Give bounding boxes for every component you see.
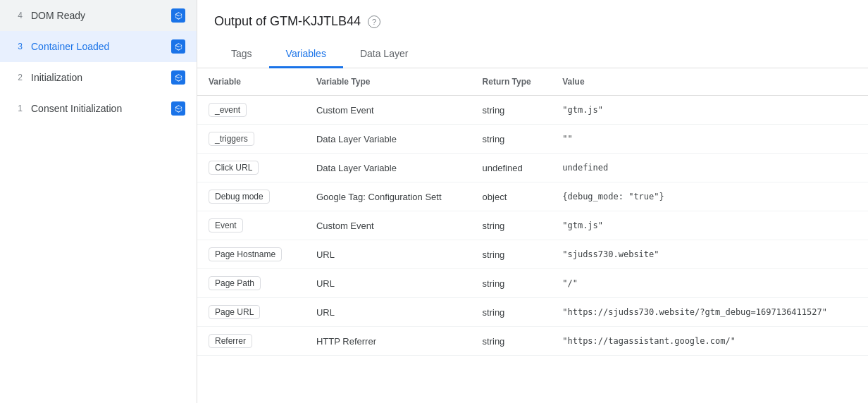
value-cell: "gtm.js" [551, 211, 868, 240]
variable-name-cell: _event [197, 96, 305, 125]
variable-type-cell: URL [305, 240, 471, 269]
variable-badge[interactable]: Click URL [209, 161, 259, 175]
variable-badge[interactable]: Referrer [209, 334, 252, 348]
value-cell: undefined [551, 154, 868, 182]
value-cell: "/" [551, 269, 868, 298]
value-cell: "https://tagassistant.google.com/" [551, 327, 868, 356]
main-header: Output of GTM-KJJTLB44 ? TagsVariablesDa… [197, 0, 868, 68]
sidebar-item-container-loaded[interactable]: 3Container Loaded [0, 31, 197, 62]
return-type-cell: string [471, 96, 552, 125]
tabs-bar: TagsVariablesData Layer [214, 40, 851, 68]
variable-name-cell: Page Hostname [197, 240, 305, 269]
variable-badge[interactable]: Page Hostname [209, 247, 282, 261]
col-header-variable-type: Variable Type [305, 68, 471, 96]
return-type-cell: string [471, 240, 552, 269]
variable-type-cell: URL [305, 269, 471, 298]
col-header-variable: Variable [197, 68, 305, 96]
sidebar-item-initialization[interactable]: 2Initialization [0, 62, 197, 93]
table-row: Page HostnameURLstring"sjudss730.website… [197, 240, 868, 269]
variable-type-cell: Data Layer Variable [305, 125, 471, 154]
sidebar-item-label: Consent Initialization [31, 103, 163, 114]
variable-type-cell: HTTP Referrer [305, 327, 471, 356]
return-type-cell: undefined [471, 154, 552, 182]
table-row: _triggersData Layer Variablestring"" [197, 125, 868, 154]
variable-badge[interactable]: _event [209, 103, 247, 117]
return-type-cell: object [471, 182, 552, 211]
variable-name-cell: Page URL [197, 298, 305, 327]
table-body: _eventCustom Eventstring"gtm.js"_trigger… [197, 96, 868, 356]
sidebar-item-number: 3 [11, 42, 23, 51]
value-cell: "" [551, 125, 868, 154]
cube-icon [171, 39, 185, 54]
return-type-cell: string [471, 269, 552, 298]
variable-badge[interactable]: Debug mode [209, 190, 270, 204]
return-type-cell: string [471, 211, 552, 240]
table-row: _eventCustom Eventstring"gtm.js" [197, 96, 868, 125]
output-title: Output of GTM-KJJTLB44 [214, 14, 361, 29]
return-type-cell: string [471, 125, 552, 154]
cube-icon [171, 101, 185, 116]
sidebar-item-number: 1 [11, 104, 23, 113]
table-row: Click URLData Layer Variableundefinedund… [197, 154, 868, 182]
variable-type-cell: Custom Event [305, 96, 471, 125]
variable-type-cell: Google Tag: Configuration Sett [305, 182, 471, 211]
variable-badge[interactable]: Event [209, 218, 243, 232]
variable-type-cell: Data Layer Variable [305, 154, 471, 182]
sidebar-item-dom-ready[interactable]: 4DOM Ready [0, 0, 197, 31]
sidebar-item-consent-initialization[interactable]: 1Consent Initialization [0, 93, 197, 124]
table-row: ReferrerHTTP Referrerstring"https://taga… [197, 327, 868, 356]
table-row: Page PathURLstring"/" [197, 269, 868, 298]
sidebar-item-label: Initialization [31, 72, 163, 83]
sidebar-item-number: 4 [11, 11, 23, 20]
table-row: Debug modeGoogle Tag: Configuration Sett… [197, 182, 868, 211]
cube-icon [171, 70, 185, 85]
tab-data-layer[interactable]: Data Layer [343, 41, 425, 68]
col-header-value: Value [551, 68, 868, 96]
variable-type-cell: URL [305, 298, 471, 327]
value-cell: "https://sjudss730.website/?gtm_debug=16… [551, 298, 868, 327]
variable-name-cell: Referrer [197, 327, 305, 356]
help-icon[interactable]: ? [368, 16, 380, 28]
variable-name-cell: Debug mode [197, 182, 305, 211]
tab-tags[interactable]: Tags [214, 41, 269, 68]
sidebar-item-number: 2 [11, 73, 23, 82]
value-cell: "sjudss730.website" [551, 240, 868, 269]
table-row: Page URLURLstring"https://sjudss730.webs… [197, 298, 868, 327]
table-row: EventCustom Eventstring"gtm.js" [197, 211, 868, 240]
variable-badge[interactable]: Page URL [209, 305, 260, 319]
variable-badge[interactable]: _triggers [209, 132, 254, 146]
value-cell: "gtm.js" [551, 96, 868, 125]
table-header: VariableVariable TypeReturn TypeValue [197, 68, 868, 96]
sidebar-item-label: DOM Ready [31, 10, 163, 21]
sidebar-item-label: Container Loaded [31, 41, 163, 52]
sidebar: 4DOM Ready 3Container Loaded 2Initializa… [0, 0, 197, 403]
variable-name-cell: Page Path [197, 269, 305, 298]
variables-table-container: VariableVariable TypeReturn TypeValue _e… [197, 68, 868, 403]
variables-table: VariableVariable TypeReturn TypeValue _e… [197, 68, 868, 356]
variable-name-cell: Click URL [197, 154, 305, 182]
variable-badge[interactable]: Page Path [209, 276, 261, 290]
tab-variables[interactable]: Variables [269, 41, 343, 68]
cube-icon [171, 8, 185, 23]
variable-type-cell: Custom Event [305, 211, 471, 240]
variable-name-cell: _triggers [197, 125, 305, 154]
main-title-row: Output of GTM-KJJTLB44 ? [214, 14, 851, 29]
return-type-cell: string [471, 298, 552, 327]
return-type-cell: string [471, 327, 552, 356]
col-header-return-type: Return Type [471, 68, 552, 96]
variable-name-cell: Event [197, 211, 305, 240]
value-cell: {debug_mode: "true"} [551, 182, 868, 211]
main-content: Output of GTM-KJJTLB44 ? TagsVariablesDa… [197, 0, 868, 403]
